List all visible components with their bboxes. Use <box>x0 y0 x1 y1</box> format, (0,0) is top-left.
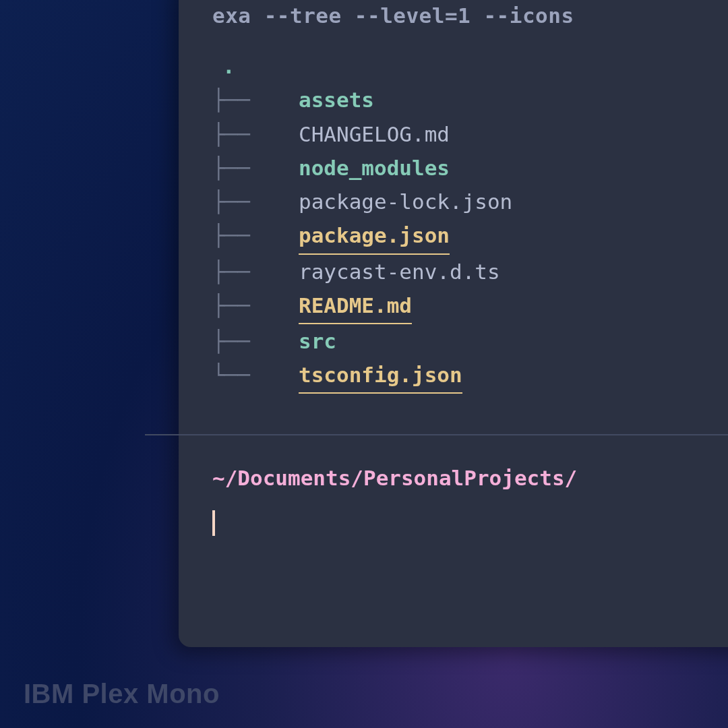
highlighted-file-name: package.json <box>299 218 450 254</box>
tree-branch-icon: ├── <box>212 151 250 185</box>
tree-branch-icon: ├── <box>212 255 250 289</box>
command-line: exa --tree --level=1 --icons <box>212 0 728 32</box>
tree-item: ├──CHANGELOG.md <box>212 117 728 151</box>
cwd-path: ~/Documents/PersonalProjects/ <box>212 466 728 490</box>
file-name: CHANGELOG.md <box>299 117 450 151</box>
file-name: raycast-env.d.ts <box>299 255 500 289</box>
highlighted-file-name: tsconfig.json <box>299 358 462 394</box>
tree-item: ├──package.json <box>212 218 728 254</box>
tree-branch-icon: ├── <box>212 324 250 358</box>
cursor-icon <box>212 510 215 536</box>
tree-branch-icon: ├── <box>212 83 250 117</box>
prompt-section: ~/Documents/PersonalProjects/ <box>179 435 728 536</box>
prompt-input-line[interactable] <box>212 490 728 536</box>
tree-item: ├──src <box>212 324 728 358</box>
directory-name: node_modules <box>299 151 450 185</box>
tree-item: └──tsconfig.json <box>212 358 728 394</box>
tree-branch-icon: ├── <box>212 185 250 218</box>
highlighted-file-name: README.md <box>299 289 412 324</box>
file-name: package-lock.json <box>299 185 512 218</box>
directory-name: assets <box>299 83 374 117</box>
tree-branch-icon: └── <box>212 358 250 392</box>
tree-output: . ├──assets├──CHANGELOG.md├──node_module… <box>212 49 728 394</box>
font-name-label: IBM Plex Mono <box>24 679 220 709</box>
directory-name: src <box>299 324 336 358</box>
tree-branch-icon: ├── <box>212 218 250 252</box>
tree-item: ├──raycast-env.d.ts <box>212 255 728 289</box>
terminal-window: exa --tree --level=1 --icons . ├──assets… <box>179 0 728 647</box>
terminal-content: exa --tree --level=1 --icons . ├──assets… <box>179 0 728 394</box>
tree-item: ├──assets <box>212 83 728 117</box>
tree-item: ├──README.md <box>212 289 728 324</box>
tree-item: ├──package-lock.json <box>212 185 728 218</box>
tree-root: . <box>222 49 728 83</box>
tree-item: ├──node_modules <box>212 151 728 185</box>
tree-branch-icon: ├── <box>212 289 250 322</box>
tree-branch-icon: ├── <box>212 117 250 151</box>
